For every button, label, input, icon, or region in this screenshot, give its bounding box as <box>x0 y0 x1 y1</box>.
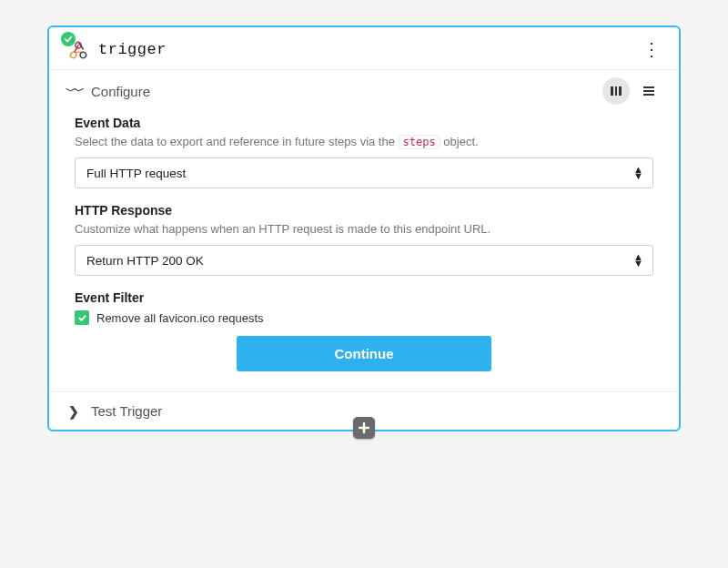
status-success-badge <box>61 32 76 46</box>
http-response-group: HTTP Response Customize what happens whe… <box>75 203 653 276</box>
event-data-desc-pre: Select the data to export and reference … <box>75 135 399 148</box>
http-response-title: HTTP Response <box>75 203 653 218</box>
http-response-select[interactable]: Return HTTP 200 OK ▲▼ <box>75 245 653 276</box>
svg-rect-1 <box>615 86 617 96</box>
code-view-button[interactable] <box>635 77 662 105</box>
check-icon <box>77 313 87 323</box>
column-view-icon <box>609 84 623 98</box>
event-data-select[interactable]: Full HTTP request ▲▼ <box>75 157 653 188</box>
svg-rect-2 <box>619 86 622 96</box>
http-response-value: Return HTTP 200 OK <box>86 254 204 268</box>
chevron-right-icon: ❯ <box>66 404 82 419</box>
event-data-desc: Select the data to export and reference … <box>75 134 653 150</box>
svg-rect-0 <box>611 86 613 96</box>
test-trigger-title: Test Trigger <box>91 403 162 419</box>
svg-rect-5 <box>643 94 654 96</box>
continue-button[interactable]: Continue <box>237 336 491 371</box>
event-data-group: Event Data Select the data to export and… <box>75 116 653 188</box>
chevron-collapse-icon: ﹀﹀ <box>66 83 82 99</box>
step-title: trigger <box>98 41 167 58</box>
favicon-filter-row: Remove all favicon.ico requests <box>75 310 653 325</box>
svg-rect-3 <box>643 86 654 88</box>
card-header: trigger ⋮ <box>49 27 679 69</box>
select-arrows-icon: ▲▼ <box>633 167 643 179</box>
event-data-desc-post: object. <box>440 135 479 148</box>
add-step-button[interactable] <box>353 417 375 439</box>
event-data-value: Full HTTP request <box>86 167 186 180</box>
select-arrows-icon: ▲▼ <box>633 255 643 267</box>
view-tools <box>602 77 662 105</box>
svg-rect-4 <box>643 90 654 92</box>
configure-header[interactable]: ﹀﹀ Configure <box>49 70 679 112</box>
event-filter-group: Event Filter Remove all favicon.ico requ… <box>75 290 653 325</box>
configure-body: Event Data Select the data to export and… <box>49 112 679 391</box>
more-menu-button[interactable]: ⋮ <box>641 40 662 58</box>
favicon-filter-checkbox[interactable] <box>75 310 89 325</box>
steps-code: steps <box>399 135 440 149</box>
event-data-title: Event Data <box>75 116 653 130</box>
form-view-button[interactable] <box>602 77 630 105</box>
trigger-step-card: trigger ⋮ ﹀﹀ Configure <box>47 25 681 431</box>
plus-icon <box>358 421 370 434</box>
configure-section: ﹀﹀ Configure <box>49 69 679 391</box>
webhook-logo <box>66 36 91 62</box>
event-filter-title: Event Filter <box>75 290 653 305</box>
check-icon <box>64 35 73 44</box>
http-response-desc: Customize what happens when an HTTP requ… <box>75 221 653 238</box>
row-view-icon <box>642 84 656 98</box>
favicon-filter-label: Remove all favicon.ico requests <box>96 311 264 325</box>
configure-title: Configure <box>91 84 150 99</box>
